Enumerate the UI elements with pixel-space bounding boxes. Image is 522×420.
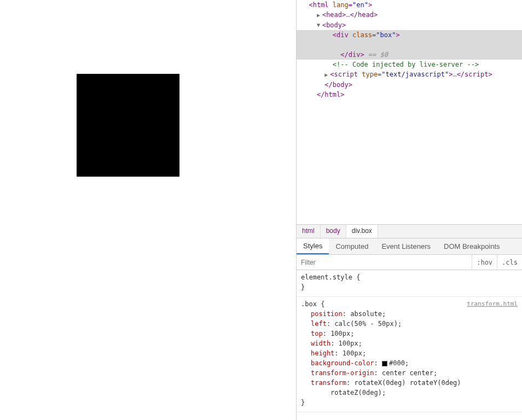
crumb-body[interactable]: body bbox=[321, 225, 346, 238]
tab-event-listeners[interactable]: Event Listeners bbox=[375, 239, 437, 254]
hov-toggle[interactable]: :hov bbox=[472, 255, 497, 270]
prop-top[interactable]: top: 100px; bbox=[301, 329, 518, 339]
prop-transform[interactable]: transform: rotateX(0deg) rotateY(0deg) bbox=[301, 378, 518, 388]
prop-bgcolor[interactable]: background-color: #000; bbox=[301, 358, 518, 368]
styles-tabs: Styles Computed Event Listeners DOM Brea… bbox=[297, 238, 522, 255]
dom-line-html-open[interactable]: <html lang="en"> bbox=[297, 0, 522, 10]
source-link[interactable]: transform.html bbox=[467, 299, 518, 309]
dom-line-div-close[interactable]: </div> == $0 bbox=[297, 50, 522, 60]
crumb-divbox[interactable]: div.box bbox=[346, 225, 378, 238]
expand-icon[interactable]: ▶ bbox=[324, 70, 330, 80]
devtools-panel: <html lang="en"> ▶<head>…</head> ▼<body>… bbox=[296, 0, 522, 420]
tab-styles[interactable]: Styles bbox=[297, 238, 329, 254]
box-element bbox=[77, 74, 179, 177]
rule-box[interactable]: .box { transform.html position: absolute… bbox=[297, 297, 522, 412]
tab-computed[interactable]: Computed bbox=[329, 239, 375, 254]
cls-toggle[interactable]: .cls bbox=[497, 255, 522, 270]
dom-line-script[interactable]: ▶<script type="text/javascript">…</scrip… bbox=[297, 69, 522, 80]
elements-tree[interactable]: <html lang="en"> ▶<head>…</head> ▼<body>… bbox=[297, 0, 522, 224]
prop-width[interactable]: width: 100px; bbox=[301, 339, 518, 348]
breadcrumb: html body div.box bbox=[297, 224, 522, 238]
expand-icon[interactable]: ▶ bbox=[317, 10, 322, 20]
dom-line-body-open[interactable]: ▼<body> bbox=[297, 20, 522, 31]
color-swatch-icon[interactable] bbox=[382, 361, 387, 366]
dom-line-blank[interactable] bbox=[297, 40, 522, 50]
filter-input[interactable] bbox=[297, 256, 472, 269]
dom-line-body-close[interactable]: </body> bbox=[297, 80, 522, 90]
dom-line-comment[interactable]: <!-- Code injected by live-server --> bbox=[297, 60, 522, 69]
collapse-icon[interactable]: ▼ bbox=[317, 20, 322, 30]
prop-left[interactable]: left: calc(50% - 50px); bbox=[301, 319, 518, 329]
prop-transform-origin[interactable]: transform-origin: center center; bbox=[301, 368, 518, 378]
rendered-page bbox=[0, 0, 296, 420]
dom-line-div-open[interactable]: ⋯ <div class="box"> bbox=[297, 30, 522, 40]
rule-element-style[interactable]: element.style { } bbox=[297, 270, 522, 297]
prop-transform-cont[interactable]: rotateZ(0deg); bbox=[301, 388, 518, 398]
tab-dom-breakpoints[interactable]: DOM Breakpoints bbox=[437, 239, 507, 254]
filter-row: :hov .cls bbox=[297, 255, 522, 270]
styles-body[interactable]: element.style { } .box { transform.html … bbox=[297, 270, 522, 420]
prop-position[interactable]: position: absolute; bbox=[301, 309, 518, 319]
prop-height[interactable]: height: 100px; bbox=[301, 348, 518, 358]
crumb-html[interactable]: html bbox=[297, 225, 321, 238]
dom-line-head[interactable]: ▶<head>…</head> bbox=[297, 10, 522, 20]
dom-line-html-close[interactable]: </html> bbox=[297, 90, 522, 100]
